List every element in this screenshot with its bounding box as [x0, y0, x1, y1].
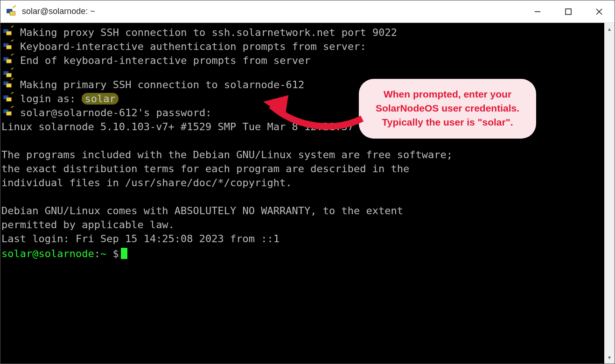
terminal-text: Making primary SSH connection to solarno… [20, 78, 304, 92]
terminal-line: Making proxy SSH connection to ssh.solar… [1, 26, 604, 40]
shell-prompt[interactable]: solar@solarnode:~ $ [1, 246, 604, 261]
terminal-text: solar@solarnode-612's password: [20, 106, 212, 120]
svg-rect-15 [7, 59, 12, 63]
terminal-line: permitted by applicable law. [1, 218, 604, 232]
scroll-up-icon[interactable]: ▴ [604, 25, 615, 33]
titlebar-left: solar@solarnode: ~ [6, 5, 95, 19]
svg-line-22 [11, 78, 14, 80]
terminal-line: individual files in /usr/share/doc/*/cop… [1, 176, 604, 190]
login-prefix: login as: [20, 93, 82, 105]
svg-rect-24 [7, 98, 12, 101]
prompt-user-host: solar@solarnode [1, 248, 94, 259]
putty-line-icon [1, 40, 20, 50]
svg-line-28 [11, 106, 14, 108]
svg-rect-18 [7, 73, 12, 77]
svg-rect-5 [566, 9, 571, 14]
terminal[interactable]: Making proxy SSH connection to ssh.solar… [0, 23, 604, 364]
prompt-path: ~ [100, 248, 113, 259]
putty-line-icon [1, 92, 20, 102]
svg-line-19 [11, 68, 14, 70]
svg-rect-27 [7, 112, 12, 115]
terminal-line: the exact distribution terms for each pr… [1, 162, 604, 176]
window-frame: solar@solarnode: ~ Making proxy SSH conn… [0, 0, 615, 364]
login-username-highlight: solar [82, 93, 118, 105]
vertical-scrollbar[interactable]: ▴ ▾ [604, 23, 615, 364]
svg-line-16 [11, 54, 14, 56]
putty-line-icon [1, 68, 20, 78]
titlebar: solar@solarnode: ~ [0, 0, 615, 23]
svg-rect-1 [10, 11, 15, 15]
callout-line: When prompted, enter your [372, 87, 523, 101]
terminal-text: End of keyboard-interactive prompts from… [20, 54, 311, 68]
putty-app-icon [6, 5, 18, 19]
window-title: solar@solarnode: ~ [22, 7, 95, 16]
terminal-line [1, 190, 604, 204]
svg-line-13 [11, 40, 14, 42]
terminal-text: Making proxy SSH connection to ssh.solar… [20, 26, 397, 40]
svg-rect-21 [7, 84, 12, 87]
terminal-line: Last login: Fri Sep 15 14:25:08 2023 fro… [1, 232, 604, 246]
terminal-line: The programs included with the Debian GN… [1, 148, 604, 162]
terminal-line: Keyboard-interactive authentication prom… [1, 40, 604, 54]
scroll-down-icon[interactable]: ▾ [604, 353, 615, 362]
close-button[interactable] [584, 0, 615, 22]
maximize-button[interactable] [553, 0, 584, 22]
terminal-container: Making proxy SSH connection to ssh.solar… [0, 23, 615, 364]
prompt-symbol: $ [112, 248, 119, 259]
putty-line-icon [1, 26, 20, 36]
minimize-button[interactable] [522, 0, 553, 22]
putty-line-icon [1, 106, 20, 116]
annotation-callout: When prompted, enter your SolarNodeOS us… [359, 79, 536, 139]
svg-line-10 [11, 26, 14, 28]
cursor-icon [121, 248, 127, 259]
svg-rect-12 [7, 45, 12, 49]
terminal-text: Keyboard-interactive authentication prom… [20, 40, 366, 54]
terminal-line [1, 68, 604, 78]
putty-line-icon [1, 54, 20, 64]
prompt-sep: : [94, 248, 100, 259]
callout-line: Typically the user is "solar". [372, 115, 523, 129]
putty-line-icon [1, 78, 20, 88]
svg-line-25 [11, 92, 14, 94]
terminal-line: Debian GNU/Linux comes with ABSOLUTELY N… [1, 204, 604, 218]
window-controls [522, 0, 615, 22]
terminal-line: End of keyboard-interactive prompts from… [1, 54, 604, 68]
svg-rect-9 [7, 31, 12, 35]
callout-line: SolarNodeOS user credentials. [372, 101, 523, 115]
